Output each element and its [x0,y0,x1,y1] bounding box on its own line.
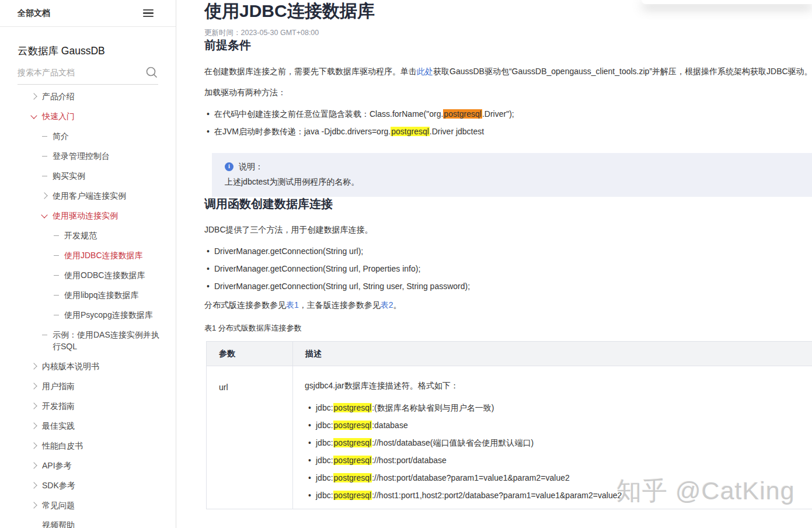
doc-sidebar: 全部文档 云数据库 GaussDB 产品介绍快速入门简介登录管理控制台购买实例使… [0,0,176,528]
search-input[interactable] [18,68,145,77]
sidebar-item-label: 使用Psycopg连接数据库 [64,309,166,321]
sidebar-header: 全部文档 [0,0,176,27]
chevron-right-icon[interactable] [32,360,42,372]
bullet-item: jdbc:postgresql://host:port/database?par… [308,472,812,484]
sidebar-item[interactable]: 购买实例 [0,166,176,186]
bullet-item: jdbc:postgresql:(数据库名称缺省则与用户名一致) [308,402,812,414]
chevron-right-icon[interactable] [32,91,42,102]
bullet-item: jdbc:postgresql:database [308,419,812,432]
text-segment: jdbc: [316,456,333,465]
inline-link[interactable]: 表2 [381,300,393,310]
dash-icon [54,289,64,301]
chevron-right-icon[interactable] [32,420,42,432]
sidebar-item-label: 登录管理控制台 [53,150,166,162]
sidebar-item-label: API参考 [42,460,166,471]
menu-icon[interactable] [143,9,154,17]
sidebar-item-label: 开发规范 [64,230,166,241]
chevron-right-icon[interactable] [32,400,42,412]
sidebar-item-label: 使用libpq连接数据库 [64,289,166,301]
sidebar-item[interactable]: 最佳实践 [0,416,176,436]
sidebar-item-label: 最佳实践 [42,420,166,432]
sidebar-item[interactable]: 使用客户端连接实例 [0,186,176,206]
sidebar-item[interactable]: 使用Psycopg连接数据库 [0,305,176,325]
chevron-right-icon[interactable] [32,499,42,511]
search-icon[interactable] [145,66,158,79]
doc-content: 使用JDBC连接数据库 更新时间：2023-05-30 GMT+08:00 前提… [177,0,812,528]
sidebar-item[interactable]: 视频帮助 [0,515,176,528]
text-segment: jdbc: [316,421,333,430]
sidebar-item[interactable]: 登录管理控制台 [0,146,176,166]
table-refs-paragraph: 分布式版连接参数参见表1，主备版连接参数参见表2。 [204,299,812,311]
text-segment: DriverManager.getConnection(String url, … [214,282,470,291]
sidebar-item[interactable]: 内核版本说明书 [0,356,176,376]
sidebar-item[interactable]: 使用libpq连接数据库 [0,285,176,305]
text-segment: ://host1:port1,host2:port2/database?para… [372,491,622,500]
chevron-right-icon[interactable] [32,480,42,491]
chevron-right-icon[interactable] [32,380,42,392]
sidebar-item[interactable]: 开发指南 [0,396,176,416]
sidebar-item[interactable]: 使用驱动连接实例 [0,206,176,225]
search-box[interactable] [18,64,158,85]
text-segment: .Driver"); [482,109,514,119]
sidebar-item[interactable]: 性能白皮书 [0,436,176,456]
dash-icon [42,329,53,341]
sidebar-item[interactable]: SDK参考 [0,475,176,495]
bullet-item: DriverManager.getConnection(String url); [207,245,812,258]
all-docs-label[interactable]: 全部文档 [18,8,50,19]
sidebar-item[interactable]: 简介 [0,126,176,146]
search-highlight-orange: postgresql [443,109,482,119]
text-segment: jdbc: [316,403,333,412]
text-segment: 获取GaussDB驱动包“GaussDB_opengauss_client_to… [433,67,812,76]
product-title: 云数据库 GaussDB [18,44,158,58]
sidebar-item-label: SDK参考 [42,480,166,491]
jdbc-url-list: jdbc:postgresql:(数据库名称缺省则与用户名一致)jdbc:pos… [305,402,812,502]
sidebar-item-label: 使用ODBC连接数据库 [64,269,166,281]
chevron-right-icon[interactable] [42,190,53,202]
text-segment: .Driver jdbctest [430,127,484,136]
sidebar-item-label: 用户指南 [42,380,166,392]
sidebar-item[interactable]: 常见问题 [0,495,176,515]
no-icon [32,519,42,528]
sidebar-item[interactable]: 快速入门 [0,106,176,126]
note-header: i 说明： [225,161,812,172]
sidebar-item-label: 使用客户端连接实例 [53,190,166,202]
sidebar-tree: 产品介绍快速入门简介登录管理控制台购买实例使用客户端连接实例使用驱动连接实例开发… [0,86,176,528]
search-highlight-yellow: postgresql [333,473,372,482]
table-header-row: 参数 描述 [207,342,812,366]
desc-intro: gsjdbc4.jar数据库连接描述符。格式如下： [305,381,812,391]
jdbc-methods-paragraph: JDBC提供了三个方法，用于创建数据库连接。 [204,224,812,236]
driver-load-list: 在代码中创建连接之前任意位置隐含装载：Class.forName("org.po… [204,108,812,138]
text-segment: DriverManager.getConnection(String url, … [214,264,420,273]
bullet-item: jdbc:postgresql://host:port/database [308,454,812,467]
section-heading-create-connection: 调用函数创建数据库连接 [204,197,812,211]
search-highlight-yellow: postgresql [333,421,372,430]
sidebar-item-label: 示例：使用DAS连接实例并执行SQL [53,329,166,352]
chevron-down-icon[interactable] [42,210,53,221]
dash-icon [42,150,53,162]
col-header-param: 参数 [207,342,293,366]
updated-value: 2023-05-30 GMT+08:00 [241,29,319,37]
text-segment: DriverManager.getConnection(String url); [214,246,363,256]
section-heading-prerequisites: 前提条件 [204,38,812,52]
search-highlight-yellow: postgresql [333,438,372,447]
sidebar-item[interactable]: 示例：使用DAS连接实例并执行SQL [0,325,176,356]
note-label: 说明： [239,161,263,172]
text-segment: :database [372,421,408,430]
sidebar-item-label: 使用驱动连接实例 [53,210,166,221]
desc-cell: gsjdbc4.jar数据库连接描述符。格式如下： jdbc:postgresq… [293,366,812,509]
sidebar-item[interactable]: 使用ODBC连接数据库 [0,265,176,285]
bullet-item: DriverManager.getConnection(String url, … [207,263,812,275]
chevron-right-icon[interactable] [32,460,42,471]
sidebar-item-label: 常见问题 [42,499,166,511]
chevron-right-icon[interactable] [32,440,42,451]
inline-link[interactable]: 此处 [417,67,433,76]
sidebar-item[interactable]: 开发规范 [0,225,176,245]
bullet-item: 在JVM启动时参数传递：java -Djdbc.drivers=org.post… [207,126,812,138]
inline-link[interactable]: 表1 [286,300,299,310]
dash-icon [54,230,64,241]
sidebar-item[interactable]: 产品介绍 [0,86,176,106]
chevron-down-icon[interactable] [32,110,42,122]
sidebar-item[interactable]: 使用JDBC连接数据库 [0,245,176,265]
sidebar-item[interactable]: API参考 [0,456,176,475]
sidebar-item[interactable]: 用户指南 [0,376,176,396]
